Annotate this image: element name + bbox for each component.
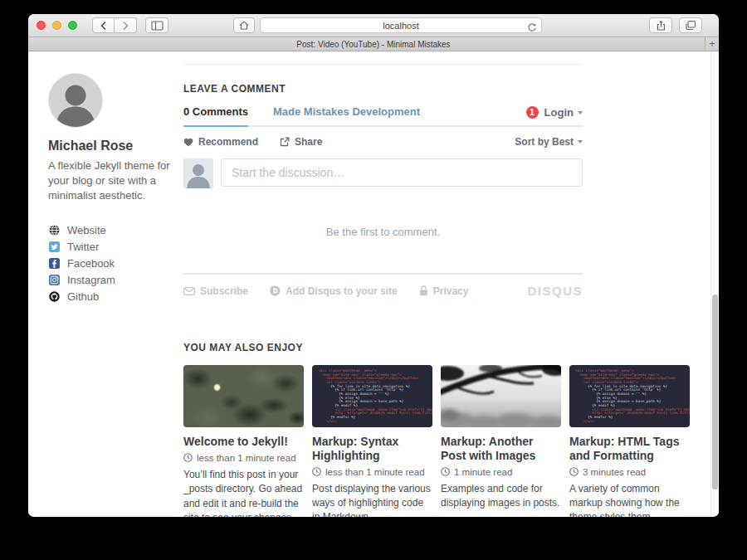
new-tab-button[interactable]: + — [705, 37, 719, 51]
share-thread-button[interactable]: Share — [280, 136, 322, 148]
share-button[interactable] — [649, 17, 672, 33]
post-meta: 3 minutes read — [569, 467, 690, 477]
post-meta: less than 1 minute read — [312, 467, 432, 477]
post-title-link[interactable]: Markup: Syntax Highlighting — [312, 435, 432, 463]
author-sidebar: Michael Rose A flexible Jekyll theme for… — [48, 73, 173, 305]
login-menu[interactable]: 1 Login — [526, 106, 583, 125]
tab-overview-icon — [685, 20, 696, 31]
close-window-button[interactable] — [37, 21, 46, 30]
post-title-link[interactable]: Markup: HTML Tags and Formatting — [569, 435, 690, 463]
sort-label: Sort by Best — [515, 136, 574, 148]
chevron-down-icon — [578, 111, 583, 114]
home-button[interactable] — [233, 17, 255, 33]
person-silhouette-icon — [183, 158, 213, 188]
author-bio: A flexible Jekyll theme for your blog or… — [48, 158, 173, 204]
sidebar-link-label: Twitter — [67, 241, 99, 253]
address-bar[interactable]: localhost — [260, 17, 542, 33]
comment-input[interactable] — [221, 158, 583, 187]
back-button[interactable] — [92, 17, 115, 33]
clock-icon — [569, 467, 579, 476]
empty-state-message: Be the first to comment. — [183, 226, 583, 238]
code-line: </ul> — [575, 420, 684, 424]
post-thumbnail-foggy-tree[interactable] — [441, 365, 561, 427]
post-title-link[interactable]: Welcome to Jekyll! — [183, 435, 304, 449]
refresh-icon — [527, 22, 537, 32]
commenter-avatar — [183, 158, 213, 188]
author-links: Website Twitter Facebook — [48, 222, 173, 305]
disqus-actions: Recommend Share Sort by Best — [183, 136, 583, 148]
envelope-icon — [183, 287, 195, 295]
post-thumbnail-code[interactable]: <div class="masthead__menu"> <nav id="si… — [312, 365, 432, 427]
github-icon — [48, 291, 60, 303]
read-time: less than 1 minute read — [325, 467, 425, 477]
clock-icon — [441, 467, 450, 476]
active-tab[interactable]: Post: Video (YouTube) - Minimal Mistakes — [296, 40, 450, 49]
sidebar-link-label: Facebook — [67, 257, 115, 270]
sidebar-item-website[interactable]: Website — [48, 222, 173, 239]
sidebar-toggle-icon — [151, 21, 164, 31]
comments-count-tab[interactable]: 0 Comments — [183, 105, 248, 127]
post-thumbnail-code[interactable]: <div class="masthead__menu"> <nav id="si… — [569, 365, 690, 427]
post-thumbnail-moss[interactable] — [183, 365, 304, 427]
share-icon — [656, 20, 666, 32]
recommend-button[interactable]: Recommend — [183, 136, 258, 148]
post-excerpt: You’ll find this post in your _posts dir… — [183, 468, 304, 517]
post-excerpt: A variety of common markup showing how t… — [569, 482, 690, 517]
twitter-icon — [48, 241, 60, 253]
sort-menu[interactable]: Sort by Best — [515, 136, 583, 148]
lock-icon — [419, 285, 428, 296]
minimize-window-button[interactable] — [52, 21, 61, 30]
post-title-link[interactable]: Markup: Another Post with Images — [441, 435, 561, 463]
sidebar-link-label: Github — [67, 290, 99, 303]
post-divider — [183, 64, 583, 65]
sidebar-link-label: Instagram — [67, 274, 115, 286]
browser-toolbar: localhost — [28, 14, 719, 37]
back-icon — [100, 21, 108, 31]
related-posts: Welcome to Jekyll! less than 1 minute re… — [183, 365, 691, 517]
facebook-icon — [48, 258, 60, 270]
sidebar-item-instagram[interactable]: Instagram — [48, 272, 173, 289]
sidebar-item-github[interactable]: Github — [48, 289, 173, 305]
home-icon — [238, 20, 250, 31]
login-label: Login — [544, 106, 574, 119]
instagram-icon — [48, 275, 60, 286]
tab-overview-button[interactable] — [679, 17, 702, 33]
disqus-logo-icon — [270, 285, 281, 296]
sidebar-toggle-button[interactable] — [145, 17, 168, 33]
tab-bar: Post: Video (YouTube) - Minimal Mistakes… — [28, 37, 719, 51]
sidebar-item-twitter[interactable]: Twitter — [48, 239, 173, 256]
post-meta: 1 minute read — [441, 467, 561, 477]
forward-icon — [121, 21, 129, 31]
globe-icon — [48, 225, 60, 236]
chevron-down-icon — [578, 140, 583, 144]
page-content: Michael Rose A flexible Jekyll theme for… — [28, 51, 719, 516]
related-card: Welcome to Jekyll! less than 1 minute re… — [183, 365, 304, 517]
scrollbar-track[interactable] — [710, 51, 719, 516]
privacy-label: Privacy — [433, 285, 469, 297]
zoom-window-button[interactable] — [68, 21, 77, 30]
subscribe-label: Subscribe — [200, 285, 248, 297]
post-meta: less than 1 minute read — [183, 453, 304, 463]
sidebar-item-facebook[interactable]: Facebook — [48, 256, 173, 272]
foggy-tree-image — [441, 365, 561, 427]
post-excerpt: Examples and code for displaying images … — [441, 482, 561, 511]
privacy-link[interactable]: Privacy — [419, 285, 469, 297]
related-heading: YOU MAY ALSO ENJOY — [183, 342, 691, 353]
add-disqus-link[interactable]: Add Disqus to your site — [270, 285, 398, 297]
subscribe-link[interactable]: Subscribe — [183, 285, 248, 297]
comment-compose — [183, 158, 583, 188]
refresh-button[interactable] — [527, 21, 537, 36]
add-disqus-label: Add Disqus to your site — [286, 285, 398, 297]
forward-button[interactable] — [115, 17, 137, 33]
traffic-lights — [37, 21, 77, 30]
heart-icon — [183, 138, 193, 147]
scrollbar-thumb[interactable] — [712, 295, 718, 489]
person-silhouette-icon — [49, 74, 102, 127]
notification-badge[interactable]: 1 — [526, 106, 539, 119]
community-link[interactable]: Made Mistakes Development — [273, 105, 420, 125]
related-card: Markup: Another Post with Images 1 minut… — [441, 365, 561, 517]
disqus-wordmark[interactable]: DISQUS — [527, 284, 583, 298]
related-card: <div class="masthead__menu"> <nav id="si… — [312, 365, 432, 517]
post-excerpt: Post displaying the various ways of high… — [312, 482, 432, 517]
related-card: <div class="masthead__menu"> <nav id="si… — [569, 365, 690, 517]
